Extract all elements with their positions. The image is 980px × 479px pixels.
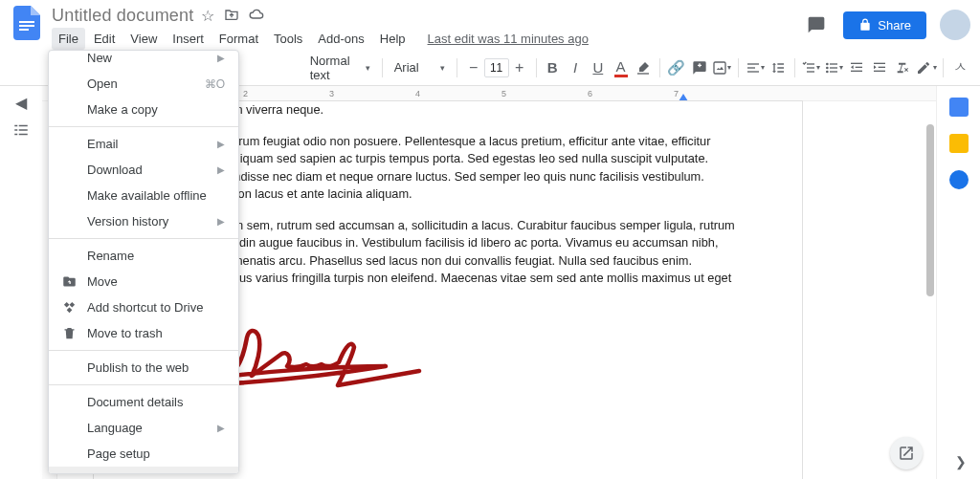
add-comment-button[interactable] bbox=[689, 55, 710, 80]
paragraph: Morbi in viverra neque. bbox=[199, 101, 735, 120]
font-size-decrease[interactable]: − bbox=[463, 59, 484, 76]
file-menu-item[interactable]: Language ▶ bbox=[49, 415, 238, 441]
outline-list-icon[interactable] bbox=[12, 121, 30, 142]
file-menu-item[interactable]: Version history ▶ bbox=[49, 208, 238, 234]
svg-rect-0 bbox=[19, 21, 34, 23]
menu-insert[interactable]: Insert bbox=[166, 28, 211, 50]
submenu-arrow-icon: ▶ bbox=[217, 53, 225, 63]
file-menu-item[interactable]: Publish to the web bbox=[49, 355, 238, 381]
svg-rect-4 bbox=[714, 62, 725, 74]
menu-item-label: Add shortcut to Drive bbox=[87, 300, 225, 315]
editing-mode-button[interactable]: ▾ bbox=[916, 55, 937, 80]
drive-status-icon[interactable] bbox=[249, 7, 264, 26]
svg-rect-17 bbox=[851, 62, 862, 63]
line-spacing-button[interactable] bbox=[768, 55, 789, 80]
menu-item-label: Make a copy bbox=[87, 102, 225, 117]
svg-rect-7 bbox=[747, 71, 759, 72]
file-menu-item[interactable]: Move to trash bbox=[49, 320, 238, 346]
svg-rect-8 bbox=[807, 63, 814, 64]
explore-button[interactable] bbox=[890, 437, 923, 469]
svg-rect-18 bbox=[856, 66, 862, 67]
file-menu-item[interactable]: Make a copy bbox=[49, 97, 238, 122]
menu-tools[interactable]: Tools bbox=[267, 28, 309, 50]
svg-rect-2 bbox=[19, 29, 29, 31]
highlight-color-button[interactable] bbox=[633, 55, 654, 80]
svg-rect-21 bbox=[878, 66, 884, 67]
tasks-app-icon[interactable] bbox=[949, 170, 969, 189]
insert-link-button[interactable]: 🔗 bbox=[666, 55, 687, 80]
svg-rect-9 bbox=[807, 67, 814, 68]
document-title[interactable]: Untitled document bbox=[52, 6, 193, 26]
font-size-value[interactable]: 11 bbox=[484, 58, 509, 77]
file-menu-item[interactable]: Document details bbox=[49, 389, 238, 415]
svg-rect-1 bbox=[19, 25, 34, 27]
menu-item-label: Download bbox=[87, 163, 208, 177]
italic-button[interactable]: I bbox=[565, 55, 586, 80]
menu-item-label: Document details bbox=[87, 395, 225, 409]
submenu-arrow-icon: ▶ bbox=[217, 216, 225, 227]
bulleted-list-button[interactable]: ▾ bbox=[823, 55, 844, 80]
svg-rect-24 bbox=[19, 125, 28, 127]
insert-image-button[interactable]: ▾ bbox=[712, 55, 733, 80]
clear-formatting-button[interactable] bbox=[892, 55, 913, 80]
menu-item-label: Rename bbox=[87, 249, 225, 263]
file-menu-dropdown: New ▶ Open ⌘O Make a copy Email ▶ Downlo… bbox=[48, 50, 239, 474]
last-edit-link[interactable]: Last edit was 11 minutes ago bbox=[428, 32, 589, 46]
file-menu-item[interactable]: Open ⌘O bbox=[49, 71, 238, 97]
file-menu-item[interactable]: Email ▶ bbox=[49, 131, 238, 157]
menu-edit[interactable]: Edit bbox=[87, 28, 122, 50]
outline-toggle-icon[interactable]: ◀ bbox=[15, 94, 27, 112]
font-size-increase[interactable]: + bbox=[509, 59, 530, 76]
file-menu-item[interactable]: Move bbox=[49, 269, 238, 294]
file-menu-item[interactable]: Rename bbox=[49, 243, 238, 269]
file-menu-item[interactable]: Print ⌘P bbox=[49, 467, 238, 474]
menu-help[interactable]: Help bbox=[373, 28, 412, 50]
move-folder-icon[interactable] bbox=[224, 7, 239, 26]
submenu-arrow-icon: ▶ bbox=[217, 423, 225, 433]
svg-rect-3 bbox=[637, 73, 649, 74]
file-menu-item[interactable]: Download ▶ bbox=[49, 157, 238, 183]
menu-item-shortcut: ⌘P bbox=[206, 473, 225, 475]
menu-item-label: Version history bbox=[87, 214, 208, 229]
account-avatar[interactable] bbox=[940, 10, 970, 40]
svg-point-11 bbox=[826, 62, 829, 65]
menu-format[interactable]: Format bbox=[212, 28, 265, 50]
bold-button[interactable]: B bbox=[542, 55, 563, 80]
decrease-indent-button[interactable] bbox=[846, 55, 867, 80]
font-family-select[interactable]: Arial ▾ bbox=[389, 55, 451, 80]
file-menu-item[interactable]: Add shortcut to Drive bbox=[49, 294, 238, 320]
svg-rect-19 bbox=[851, 70, 862, 71]
open-comments-button[interactable] bbox=[803, 11, 830, 38]
align-button[interactable]: ▾ bbox=[745, 55, 766, 80]
docs-logo[interactable] bbox=[10, 6, 44, 40]
star-icon[interactable]: ☆ bbox=[201, 7, 214, 26]
paragraph-style-select[interactable]: Normal text ▾ bbox=[304, 55, 376, 80]
menu-file[interactable]: File bbox=[52, 28, 85, 50]
underline-button[interactable]: U bbox=[588, 55, 609, 80]
menu-item-label: Print bbox=[87, 472, 196, 474]
svg-rect-5 bbox=[747, 63, 759, 64]
increase-indent-button[interactable] bbox=[869, 55, 890, 80]
menu-item-label: Move bbox=[87, 274, 225, 289]
hide-menus-button[interactable]: ㅅ bbox=[949, 55, 970, 80]
file-menu-item[interactable]: Make available offline bbox=[49, 183, 238, 208]
text-color-button[interactable]: A bbox=[611, 55, 632, 80]
signature-drawing[interactable] bbox=[199, 318, 735, 410]
show-side-panel-button[interactable]: ❯ bbox=[955, 454, 967, 469]
calendar-app-icon[interactable] bbox=[949, 98, 969, 117]
header-bar: Untitled document ☆ File Edit View Inser… bbox=[0, 0, 980, 50]
trash-icon bbox=[60, 326, 78, 340]
svg-rect-28 bbox=[19, 134, 28, 136]
keep-app-icon[interactable] bbox=[949, 134, 969, 153]
paragraph: In lorem sem, rutrum sed accumsan a, sol… bbox=[199, 217, 735, 306]
title-area: Untitled document ☆ File Edit View Inser… bbox=[52, 6, 803, 50]
side-panel bbox=[936, 86, 980, 479]
svg-rect-6 bbox=[747, 67, 755, 68]
share-button[interactable]: Share bbox=[843, 11, 926, 39]
file-menu-item[interactable]: New ▶ bbox=[49, 51, 238, 71]
file-menu-item[interactable]: Page setup bbox=[49, 441, 238, 467]
menu-addons[interactable]: Add-ons bbox=[311, 28, 370, 50]
menu-view[interactable]: View bbox=[123, 28, 164, 50]
checklist-button[interactable]: ▾ bbox=[801, 55, 822, 80]
vertical-scrollbar[interactable] bbox=[926, 124, 934, 296]
